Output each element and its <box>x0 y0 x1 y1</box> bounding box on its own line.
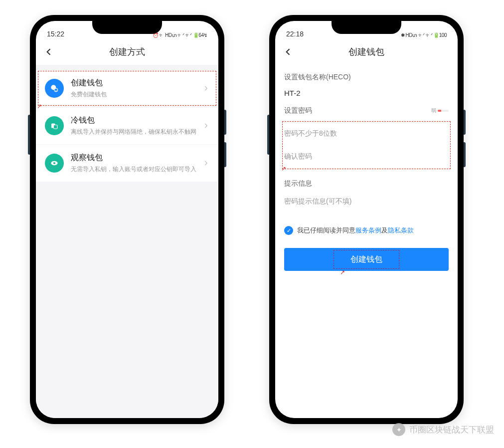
back-icon[interactable] <box>283 47 293 57</box>
confirm-password-field[interactable]: 确认密码 <box>284 145 449 168</box>
row-subtitle: 无需导入私钥，输入账号或者对应公钥即可导入 <box>71 165 202 174</box>
row-title: 创建钱包 <box>71 78 202 88</box>
row-subtitle: 离线导入并保持与网络隔绝，确保私钥永不触网 <box>71 128 202 136</box>
hint-label: 提示信息 <box>284 179 449 188</box>
svg-point-6 <box>53 162 55 164</box>
phone-mockup-right: 22:18 ✱ HDտ ᯤᐟ ᯤᐟ 🔋100 创建钱包 设置钱包名称(HECO)… <box>269 15 464 424</box>
wallet-name-value[interactable]: HT-2 <box>284 89 449 97</box>
terms-link[interactable]: 服务条例 <box>355 226 381 234</box>
title-bar: 创建钱包 <box>275 39 458 65</box>
row-subtitle: 免费创建钱包 <box>71 90 202 99</box>
status-time: 22:18 <box>286 30 304 38</box>
row-watch-wallet[interactable]: 观察钱包 无需导入私钥，输入账号或者对应公钥即可导入 <box>36 145 218 182</box>
row-create-wallet[interactable]: + 创建钱包 免费创建钱包 ↗ <box>36 70 218 107</box>
page-title: 创建钱包 <box>348 46 384 58</box>
create-wallet-button[interactable]: 创建钱包 ↗ <box>284 248 449 271</box>
arrow-annotation: ↗ <box>340 269 345 276</box>
eye-icon <box>45 154 64 173</box>
password-field[interactable]: 密码不少于8位数 <box>284 122 449 145</box>
notch <box>92 21 162 34</box>
row-title: 观察钱包 <box>71 153 202 163</box>
wechat-icon: ✦ <box>392 423 405 436</box>
page-title: 创建方式 <box>109 46 145 58</box>
notch <box>332 21 401 34</box>
status-icons: ⏰ ᯤ HDտ ᯤᐟ ᯤᐟ 🔋64↯ <box>153 32 207 38</box>
svg-text:+: + <box>55 89 57 92</box>
hint-field[interactable]: 密码提示信息(可不填) <box>284 195 449 213</box>
svg-rect-4 <box>54 125 58 129</box>
wallet-name-label: 设置钱包名称(HECO) <box>284 73 449 82</box>
back-icon[interactable] <box>44 47 54 57</box>
phone-mockup-left: 15:22 ⏰ ᯤ HDտ ᯤᐟ ᯤᐟ 🔋64↯ 创建方式 + 创建钱包 免费创… <box>30 15 224 424</box>
row-title: 冷钱包 <box>71 115 202 126</box>
row-cold-wallet[interactable]: 冷钱包 离线导入并保持与网络隔绝，确保私钥永不触网 <box>36 107 218 144</box>
watermark: ✦ 币圈区块链战天下联盟 <box>392 423 494 436</box>
title-bar: 创建方式 <box>36 39 218 65</box>
privacy-link[interactable]: 隐私条款 <box>388 226 414 234</box>
chevron-right-icon <box>202 122 209 129</box>
wallet-icon: + <box>45 79 64 98</box>
agree-row[interactable]: ✓ 我已仔细阅读并同意服务条例及隐私条款 <box>284 226 449 235</box>
password-strength: 弱 <box>431 107 449 114</box>
password-label: 设置密码 弱 <box>284 106 449 115</box>
chevron-right-icon <box>202 160 209 167</box>
status-icons: ✱ HDտ ᯤᐟ ᯤᐟ 🔋100 <box>401 32 447 38</box>
chevron-right-icon <box>202 85 209 92</box>
checkbox-checked-icon[interactable]: ✓ <box>284 226 293 235</box>
status-time: 15:22 <box>47 30 64 38</box>
agree-text: 我已仔细阅读并同意服务条例及隐私条款 <box>297 226 414 235</box>
cold-wallet-icon <box>45 116 64 135</box>
